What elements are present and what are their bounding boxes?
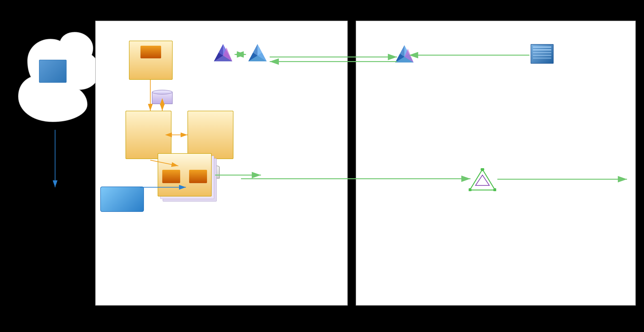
svg-point-28 [469, 188, 472, 191]
azure-ad-connect-icon [394, 44, 415, 65]
azure-active-directory-icon [247, 43, 268, 64]
ad-connect-triangle [469, 168, 496, 192]
pvs-target-boot [162, 170, 180, 183]
database-server [188, 111, 234, 159]
pvs-master-vm-label [130, 41, 172, 44]
svg-point-27 [493, 188, 496, 191]
pvs-target-vm-stack [158, 153, 217, 203]
pvs-master-vm [129, 41, 172, 80]
pvs-target-wbc [189, 170, 207, 183]
page-title [0, 0, 644, 4]
daas-box [39, 60, 66, 83]
cloud-connector [100, 187, 144, 212]
pvs-master-vm-boot [140, 46, 161, 58]
azure-ad-domain [213, 43, 234, 64]
pvs-server [126, 111, 172, 159]
ad-connect-triangle-icon [469, 168, 496, 191]
azure-active-directory [247, 43, 268, 64]
vdisk-container [152, 89, 172, 106]
database-server-label [188, 111, 233, 116]
pvs-target-vm-label [158, 154, 211, 156]
azure-ad-connect [394, 44, 415, 65]
svg-marker-25 [470, 169, 495, 190]
customer-domain [530, 44, 554, 64]
citrix-cloud [9, 21, 96, 131]
on-premises-datacenter [356, 21, 636, 305]
azure-subscription [95, 21, 348, 305]
azure-ad-domain-icon [213, 43, 234, 64]
